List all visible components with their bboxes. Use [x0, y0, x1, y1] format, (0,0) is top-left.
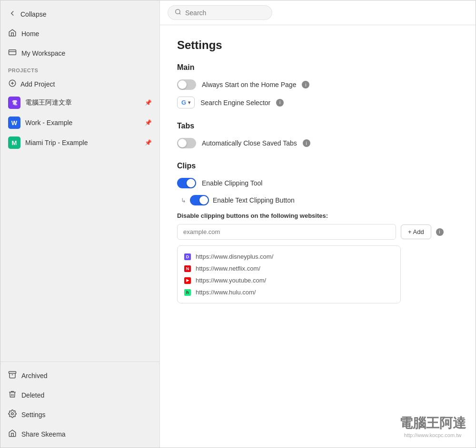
list-item: h https://www.hulu.com/: [184, 286, 394, 298]
collapse-icon: [8, 9, 17, 19]
project-item-miami[interactable]: M Miami Trip - Example 📌: [0, 133, 159, 153]
search-input[interactable]: [185, 9, 265, 17]
content-area: Settings Main Always Start on the Home P…: [160, 25, 476, 448]
search-box[interactable]: [168, 5, 272, 20]
list-item: D https://www.disneyplus.com/: [184, 251, 394, 263]
url-hulu: https://www.hulu.com/: [196, 289, 256, 296]
enable-text-clipping-row: ↳ Enable Text Clipping Button: [181, 195, 458, 205]
add-project-icon: [8, 79, 17, 89]
main-section-heading: Main: [177, 63, 458, 72]
project-icon-diannao: 電: [8, 97, 20, 109]
pin-icon-diannao: 📌: [145, 99, 152, 106]
project-label-work: Work - Example: [25, 119, 72, 127]
list-item: N https://www.netflix.com/: [184, 263, 394, 274]
sidebar-item-share-skeema[interactable]: Share Skeema: [0, 424, 159, 444]
sidebar-item-my-workspace[interactable]: My Workspace: [0, 43, 159, 63]
svg-point-7: [176, 10, 180, 14]
add-project-button[interactable]: Add Project: [0, 75, 159, 93]
sidebar-item-deleted[interactable]: Deleted: [0, 385, 159, 405]
project-icon-work: W: [8, 117, 20, 129]
url-youtube: https://www.youtube.com/: [196, 277, 266, 284]
always-start-info-icon[interactable]: i: [302, 81, 309, 88]
enable-clipping-label: Enable Clipping Tool: [202, 179, 262, 187]
svg-line-8: [179, 13, 181, 15]
favicon-disneyplus: D: [184, 253, 191, 260]
url-input[interactable]: [177, 224, 396, 240]
enable-clipping-toggle[interactable]: [177, 178, 196, 188]
url-disneyplus: https://www.disneyplus.com/: [196, 253, 273, 260]
url-info-icon[interactable]: i: [436, 228, 444, 236]
enable-clipping-row: Enable Clipping Tool: [177, 178, 458, 188]
url-input-row: + Add i: [177, 224, 458, 240]
sidebar-item-home[interactable]: Home: [0, 24, 159, 43]
favicon-hulu: h: [184, 289, 191, 296]
tabs-section-heading: Tabs: [177, 122, 458, 130]
enable-text-clipping-label: Enable Text Clipping Button: [213, 196, 295, 204]
sidebar-item-settings[interactable]: Settings: [0, 405, 159, 424]
sidebar: Collapse Home My Workspace PROJEC: [0, 0, 160, 448]
blocked-urls-list: D https://www.disneyplus.com/ N https://…: [177, 245, 401, 303]
add-project-label: Add Project: [20, 80, 55, 88]
search-engine-selector[interactable]: G ▾: [177, 97, 195, 108]
settings-clips-section: Clips Enable Clipping Tool ↳ Enable Text…: [177, 162, 458, 303]
auto-close-row: Automatically Close Saved Tabs i: [177, 138, 458, 148]
archived-label: Archived: [21, 372, 47, 380]
pin-icon-work: 📌: [145, 119, 152, 126]
app-container: Collapse Home My Workspace PROJEC: [0, 0, 476, 448]
project-label-diannao: 電腦王阿達文章: [25, 98, 72, 107]
favicon-netflix: N: [184, 265, 191, 272]
svg-rect-4: [9, 371, 16, 373]
deleted-icon: [8, 390, 17, 400]
collapse-label: Collapse: [20, 10, 46, 18]
search-engine-row: G ▾ Search Engine Selector i: [177, 97, 458, 108]
enable-text-clipping-toggle[interactable]: [190, 195, 209, 205]
svg-point-6: [11, 413, 14, 415]
pin-icon-miami: 📌: [145, 139, 152, 146]
auto-close-label: Automatically Close Saved Tabs: [202, 139, 297, 147]
clips-section-heading: Clips: [177, 162, 458, 170]
topbar: [160, 0, 476, 25]
projects-section-label: PROJECTS: [0, 63, 159, 75]
share-icon: [8, 429, 17, 439]
auto-close-toggle[interactable]: [177, 138, 196, 148]
search-engine-chevron: ▾: [188, 100, 190, 105]
always-start-label: Always Start on the Home Page: [202, 81, 296, 88]
collapse-button[interactable]: Collapse: [0, 4, 159, 24]
home-icon: [8, 29, 17, 39]
share-skeema-label: Share Skeema: [21, 430, 66, 438]
main-content: Settings Main Always Start on the Home P…: [160, 0, 476, 448]
auto-close-info-icon[interactable]: i: [303, 139, 310, 147]
always-start-row: Always Start on the Home Page i: [177, 79, 458, 90]
url-netflix: https://www.netflix.com/: [196, 265, 260, 272]
project-label-miami: Miami Trip - Example: [25, 139, 88, 146]
sidebar-item-archived[interactable]: Archived: [0, 366, 159, 385]
favicon-youtube: ▶: [184, 277, 191, 284]
settings-icon: [8, 409, 17, 419]
add-url-button[interactable]: + Add: [401, 224, 431, 239]
archived-icon: [8, 370, 17, 380]
sidebar-bottom: Archived Deleted: [0, 361, 159, 444]
always-start-toggle[interactable]: [177, 79, 196, 90]
list-item: ▶ https://www.youtube.com/: [184, 274, 394, 286]
settings-page-title: Settings: [177, 39, 458, 52]
search-engine-info-icon[interactable]: i: [276, 99, 284, 107]
project-icon-miami: M: [8, 136, 20, 149]
search-engine-label: Search Engine Selector: [200, 99, 270, 107]
svg-rect-0: [9, 50, 16, 55]
search-engine-value: G: [181, 99, 186, 106]
workspace-icon: [8, 48, 17, 58]
project-item-diannao[interactable]: 電 電腦王阿達文章 📌: [0, 93, 159, 113]
deleted-label: Deleted: [21, 391, 44, 399]
indent-arrow-icon: ↳: [181, 197, 186, 204]
settings-main-section: Main Always Start on the Home Page i G ▾…: [177, 63, 458, 108]
search-icon: [175, 9, 181, 17]
home-label: Home: [21, 30, 39, 38]
settings-label: Settings: [21, 411, 46, 419]
settings-tabs-section: Tabs Automatically Close Saved Tabs i: [177, 122, 458, 148]
project-item-work[interactable]: W Work - Example 📌: [0, 113, 159, 133]
my-workspace-label: My Workspace: [21, 49, 65, 57]
disable-clipping-label: Disable clipping buttons on the followin…: [177, 212, 458, 219]
